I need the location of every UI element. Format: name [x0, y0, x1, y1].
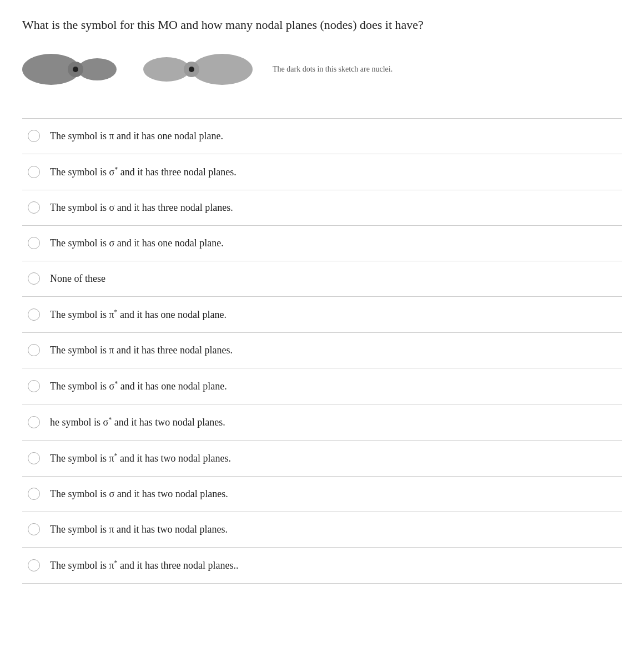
- radio-13[interactable]: [28, 559, 40, 571]
- radio-4[interactable]: [28, 237, 40, 249]
- option-text-7: The symbol is π and it has three nodal p…: [50, 343, 233, 358]
- left-orbital-svg: [22, 47, 119, 92]
- question-title: What is the symbol for this MO and how m…: [22, 17, 622, 34]
- svg-point-3: [73, 67, 78, 72]
- option-text-1: The symbol is π and it has one nodal pla…: [50, 129, 223, 144]
- option-text-4: The symbol is σ and it has one nodal pla…: [50, 236, 224, 251]
- mo-diagram: [22, 47, 253, 92]
- radio-7[interactable]: [28, 344, 40, 356]
- option-item-7[interactable]: The symbol is π and it has three nodal p…: [22, 333, 622, 368]
- radio-9[interactable]: [28, 416, 40, 428]
- option-item-12[interactable]: The symbol is π and it has two nodal pla…: [22, 512, 622, 548]
- option-item-4[interactable]: The symbol is σ and it has one nodal pla…: [22, 226, 622, 261]
- option-text-8: The symbol is σ* and it has one nodal pl…: [50, 378, 227, 394]
- diagram-area: The dark dots in this sketch are nuclei.: [22, 47, 622, 102]
- radio-8[interactable]: [28, 380, 40, 392]
- radio-3[interactable]: [28, 201, 40, 214]
- option-text-5: None of these: [50, 271, 105, 286]
- svg-point-4: [143, 57, 190, 82]
- option-text-9: he symbol is σ* and it has two nodal pla…: [50, 414, 225, 430]
- option-text-10: The symbol is π* and it has two nodal pl…: [50, 451, 231, 466]
- radio-1[interactable]: [28, 130, 40, 142]
- option-text-3: The symbol is σ and it has three nodal p…: [50, 200, 233, 215]
- option-item-11[interactable]: The symbol is σ and it has two nodal pla…: [22, 477, 622, 512]
- option-item-5[interactable]: None of these: [22, 261, 622, 297]
- radio-2[interactable]: [28, 166, 40, 178]
- option-item-8[interactable]: The symbol is σ* and it has one nodal pl…: [22, 368, 622, 404]
- option-item-9[interactable]: he symbol is σ* and it has two nodal pla…: [22, 404, 622, 441]
- option-text-11: The symbol is σ and it has two nodal pla…: [50, 487, 228, 502]
- option-item-2[interactable]: The symbol is σ* and it has three nodal …: [22, 154, 622, 190]
- svg-point-1: [78, 58, 117, 80]
- radio-11[interactable]: [28, 488, 40, 500]
- option-item-6[interactable]: The symbol is π* and it has one nodal pl…: [22, 297, 622, 333]
- options-list: The symbol is π and it has one nodal pla…: [22, 118, 622, 584]
- radio-10[interactable]: [28, 452, 40, 464]
- svg-point-5: [192, 54, 253, 85]
- radio-12[interactable]: [28, 523, 40, 535]
- option-text-6: The symbol is π* and it has one nodal pl…: [50, 307, 227, 322]
- option-item-3[interactable]: The symbol is σ and it has three nodal p…: [22, 190, 622, 226]
- radio-5[interactable]: [28, 272, 40, 285]
- radio-6[interactable]: [28, 308, 40, 321]
- option-item-13[interactable]: The symbol is π* and it has three nodal …: [22, 548, 622, 584]
- right-orbital-svg: [136, 47, 253, 92]
- svg-point-7: [189, 67, 194, 72]
- option-text-12: The symbol is π and it has two nodal pla…: [50, 522, 228, 537]
- option-text-13: The symbol is π* and it has three nodal …: [50, 558, 239, 573]
- diagram-caption: The dark dots in this sketch are nuclei.: [273, 65, 393, 74]
- option-item-1[interactable]: The symbol is π and it has one nodal pla…: [22, 118, 622, 154]
- option-item-10[interactable]: The symbol is π* and it has two nodal pl…: [22, 441, 622, 477]
- option-text-2: The symbol is σ* and it has three nodal …: [50, 164, 237, 180]
